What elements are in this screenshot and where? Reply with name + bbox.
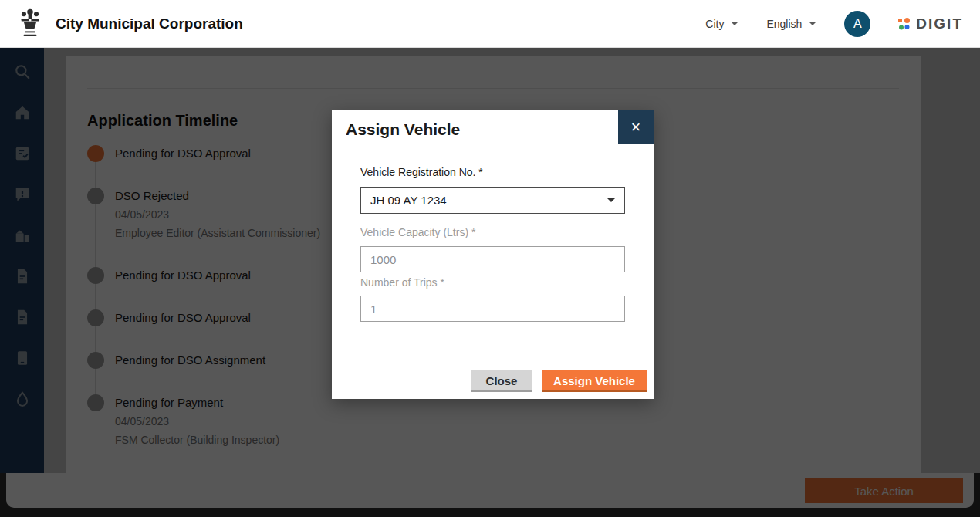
close-icon[interactable]: ×: [618, 110, 654, 144]
number-of-trips-field[interactable]: [360, 296, 625, 322]
vehicle-registration-select[interactable]: JH 09 AY 1234: [360, 187, 625, 214]
modal-title: Assign Vehicle: [346, 120, 460, 139]
avatar-letter: A: [853, 17, 862, 31]
user-avatar[interactable]: A: [844, 11, 870, 37]
number-of-trips-label: Number of Trips *: [360, 276, 444, 289]
vehicle-registration-value: JH 09 AY 1234: [370, 194, 447, 207]
language-selector[interactable]: English: [766, 18, 816, 30]
language-selector-label: English: [766, 18, 802, 30]
city-selector[interactable]: City: [705, 18, 738, 30]
chevron-down-icon: [809, 22, 816, 25]
digit-dots-icon: [898, 18, 911, 30]
header-actions: City English A DIGIT: [705, 11, 963, 37]
app-window: City Municipal Corporation City English …: [0, 0, 980, 517]
assign-vehicle-button[interactable]: Assign Vehicle: [542, 370, 647, 392]
chevron-down-icon: [607, 198, 615, 202]
national-emblem-icon: [17, 6, 43, 42]
vehicle-capacity-field[interactable]: [360, 246, 625, 272]
close-button[interactable]: Close: [471, 370, 532, 392]
vehicle-registration-label: Vehicle Registration No. *: [360, 166, 483, 178]
digit-brand-text: DIGIT: [916, 15, 963, 32]
app-title: City Municipal Corporation: [56, 15, 243, 32]
assign-vehicle-modal: Assign Vehicle × Vehicle Registration No…: [332, 110, 654, 399]
top-header: City Municipal Corporation City English …: [0, 0, 980, 48]
chevron-down-icon: [731, 22, 738, 25]
city-selector-label: City: [705, 18, 724, 30]
vehicle-capacity-label: Vehicle Capacity (Ltrs) *: [360, 226, 475, 238]
digit-logo: DIGIT: [898, 15, 963, 32]
